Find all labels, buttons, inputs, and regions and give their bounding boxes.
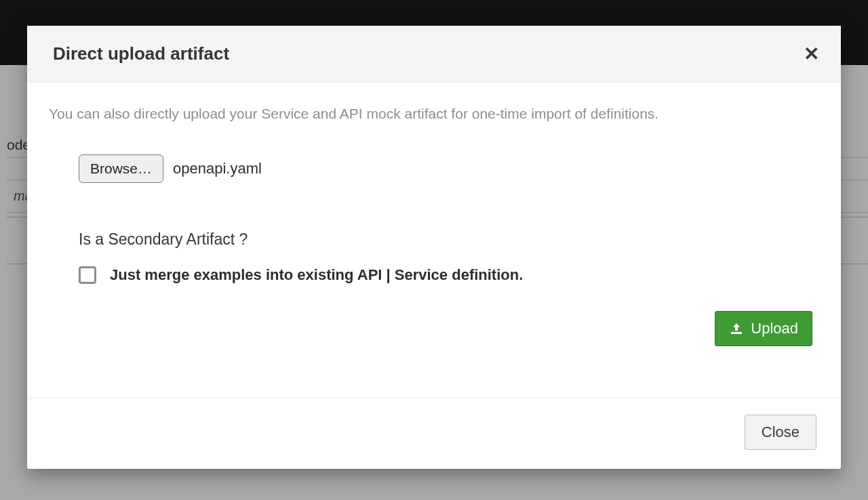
modal-footer: Close — [27, 398, 841, 469]
upload-icon — [729, 322, 744, 335]
upload-button-row: Upload — [49, 311, 815, 346]
merge-examples-label: Just merge examples into existing API | … — [110, 266, 523, 284]
merge-examples-checkbox[interactable] — [79, 266, 96, 284]
direct-upload-modal: Direct upload artifact ✕ You can also di… — [27, 26, 841, 469]
secondary-artifact-question: Is a Secondary Artifact ? — [79, 230, 815, 249]
secondary-artifact-checkbox-row: Just merge examples into existing API | … — [79, 266, 815, 284]
modal-description: You can also directly upload your Servic… — [49, 106, 815, 122]
close-icon[interactable]: ✕ — [804, 45, 819, 64]
svg-rect-0 — [731, 332, 742, 334]
modal-header: Direct upload artifact ✕ — [27, 26, 841, 83]
modal-title: Direct upload artifact — [53, 43, 229, 64]
modal-body: You can also directly upload your Servic… — [27, 83, 841, 398]
upload-button-label: Upload — [751, 320, 798, 337]
close-button[interactable]: Close — [745, 415, 816, 450]
selected-file-name: openapi.yaml — [173, 160, 262, 178]
file-picker-row: Browse… openapi.yaml — [79, 154, 815, 183]
browse-button[interactable]: Browse… — [79, 154, 163, 183]
upload-button[interactable]: Upload — [715, 311, 812, 346]
